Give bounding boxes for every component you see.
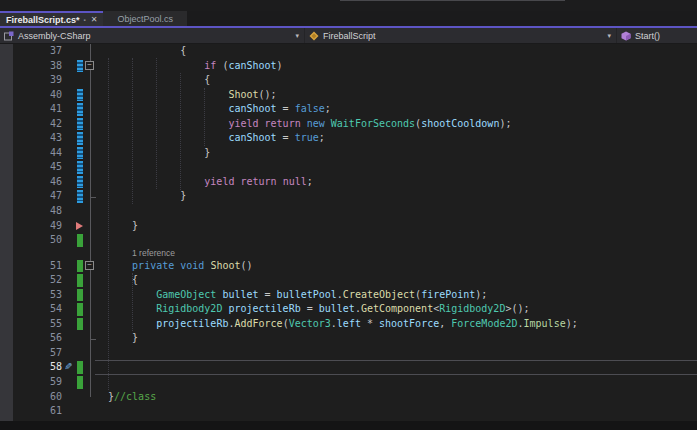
debug-arrow-icon[interactable] [76,222,83,230]
code-line[interactable]: 48 [0,204,697,219]
line-number[interactable]: 41 [30,102,62,117]
line-number[interactable]: 61 [30,404,62,419]
code-line[interactable]: 44 } [0,146,697,161]
line-number[interactable]: 49 [30,219,62,234]
code-text: { [108,273,138,288]
document-tab-bar: FireballScript.cs* ▪ ✕ ObjectPool.cs [0,11,697,26]
class-icon [309,31,319,41]
code-line[interactable]: 60}//class [0,390,697,405]
tab-objectpool[interactable]: ObjectPool.cs [103,11,187,26]
code-line[interactable]: 61 [0,404,697,419]
line-number[interactable]: 42 [30,117,62,132]
code-line[interactable]: 50 [0,233,697,248]
change-bar-green [77,274,83,287]
member-dropdown-label: Start() [635,31,660,41]
line-number[interactable]: 37 [30,44,62,59]
code-line[interactable]: 53 GameObject bullet = bulletPool.Create… [0,288,697,303]
code-line[interactable]: 46 yield return null; [0,175,697,190]
code-line[interactable]: 54 Rigidbody2D projectileRb = bullet.Get… [0,302,697,317]
indent-guide [132,273,133,331]
indent-guide [108,58,109,390]
fold-collapse-icon[interactable]: − [85,61,94,70]
line-number[interactable]: 43 [30,131,62,146]
tab-fireballscript[interactable]: FireballScript.cs* ▪ ✕ [0,11,103,26]
change-bar-green [77,289,83,302]
code-line[interactable]: 45 [0,160,697,175]
fold-end-tick [90,197,96,198]
line-number[interactable]: 44 [30,146,62,161]
close-icon[interactable]: ✕ [90,16,99,24]
tab-modified-icon: ▪ [84,17,86,23]
code-text: } [108,219,138,234]
code-line[interactable]: 49 } [0,219,697,234]
code-line[interactable]: 39 { [0,73,697,88]
change-bar-green [77,234,83,247]
code-line[interactable]: 58✎ [0,360,697,375]
code-text: Shoot(); [108,88,277,103]
line-number[interactable]: 53 [30,288,62,303]
indent-guide [204,88,205,146]
type-dropdown[interactable]: FireballScript ▾ [305,28,617,43]
line-number[interactable]: 39 [30,73,62,88]
indent-guide [156,58,157,189]
code-line[interactable]: 59 [0,375,697,390]
window-edge-highlight [340,0,565,1]
current-line-highlight [95,360,697,375]
code-text: } [108,189,186,204]
project-dropdown[interactable]: Assembly-CSharp ▾ [0,28,305,43]
code-line[interactable]: 38− if (canShoot) [0,59,697,74]
code-line[interactable]: 37 { [0,44,697,59]
line-number[interactable]: 47 [30,189,62,204]
edit-pencil-icon: ✎ [64,360,72,375]
line-number[interactable]: 38 [30,59,62,74]
code-text: }//class [108,390,156,405]
code-line[interactable]: 43 canShoot = true; [0,131,697,146]
tab-label: FireballScript.cs* [6,15,80,25]
code-line[interactable]: 57 [0,346,697,361]
member-dropdown[interactable]: Start() [617,28,697,43]
indent-guide [132,58,133,204]
line-number[interactable]: 45 [30,160,62,175]
chevron-down-icon[interactable]: ▾ [607,32,611,40]
code-navigation-bar: Assembly-CSharp ▾ FireballScript ▾ Start… [0,28,697,44]
code-text: private void Shoot() [108,259,253,274]
change-bar-green [77,260,83,273]
window-bottom-strip [0,421,697,430]
fold-structure-line [90,44,91,397]
line-number[interactable]: 56 [30,331,62,346]
line-number[interactable]: 55 [30,317,62,332]
fold-end-tick [90,339,96,340]
line-number[interactable]: 46 [30,175,62,190]
code-line[interactable]: 41 canShoot = false; [0,102,697,117]
line-number[interactable]: 58 [30,360,62,375]
line-number[interactable]: 51 [30,259,62,274]
line-number[interactable]: 48 [30,204,62,219]
code-line[interactable]: 51− private void Shoot() [0,259,697,274]
change-bar-blue [77,147,83,160]
code-editor[interactable]: 37 {38− if (canShoot)39 {40 Shoot();41 c… [0,44,697,421]
change-bar-blue [77,60,83,73]
line-number[interactable]: 59 [30,375,62,390]
line-number[interactable]: 50 [30,233,62,248]
codelens-references[interactable]: 1 reference [132,248,175,259]
code-text: } [108,331,138,346]
code-line[interactable]: 42 yield return new WaitForSeconds(shoot… [0,117,697,132]
change-bar-green [77,361,83,374]
fold-collapse-icon[interactable]: − [85,261,94,270]
code-text: projectileRb.AddForce(Vector3.left * sho… [108,317,578,332]
chevron-down-icon[interactable]: ▾ [295,32,299,40]
code-line[interactable]: 47 } [0,189,697,204]
line-number[interactable]: 52 [30,273,62,288]
line-number[interactable]: 60 [30,390,62,405]
line-number[interactable]: 54 [30,302,62,317]
change-bar-blue [77,161,83,174]
code-line[interactable]: 52 { [0,273,697,288]
change-bar-green [77,376,83,389]
line-number[interactable]: 40 [30,88,62,103]
line-number[interactable]: 57 [30,346,62,361]
code-line[interactable]: 40 Shoot(); [0,88,697,103]
code-line[interactable]: 55 projectileRb.AddForce(Vector3.left * … [0,317,697,332]
code-text: GameObject bullet = bulletPool.CreateObj… [108,288,487,303]
code-line[interactable]: 56 } [0,331,697,346]
window-top-strip [0,0,697,11]
